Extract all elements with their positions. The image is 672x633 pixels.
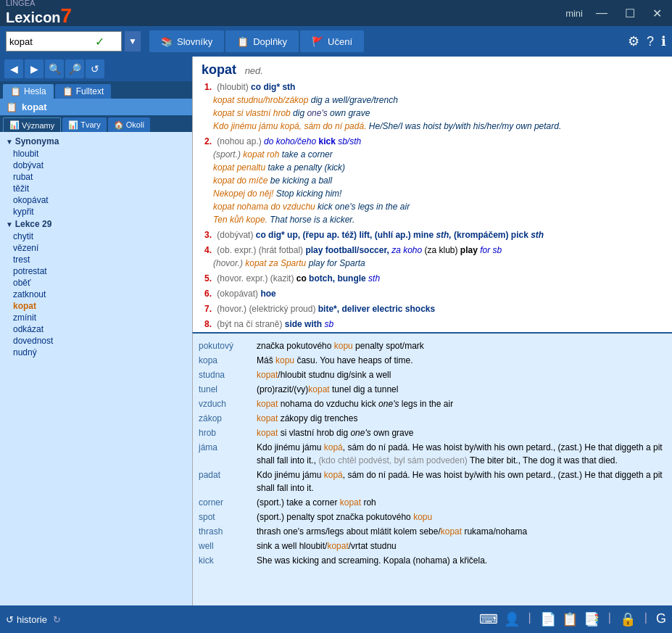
def-item-4: 4. (ob. expr.) (hrát fotbal) play footba… [202, 244, 663, 270]
syn-zatknout[interactable]: zatknout [0, 289, 192, 300]
lekce-header[interactable]: Lekce 29 [0, 218, 192, 231]
tab-slovniky-label: Slovníky [177, 36, 212, 47]
syn-dobyvat[interactable]: dobývat [0, 160, 192, 171]
def-main-1: co dig* sth [251, 82, 295, 92]
tab-tvary[interactable]: 📊 Tvary [62, 117, 107, 132]
search-check-icon: ✓ [94, 35, 106, 49]
entry-item[interactable]: 📋 kopat [0, 99, 192, 115]
def-num-5: 5. [204, 273, 212, 284]
help-button[interactable]: ? [647, 33, 654, 49]
doc2-icon[interactable]: 📑 [584, 611, 600, 627]
history-label: historie [17, 614, 47, 625]
maximize-button[interactable]: ☐ [621, 5, 639, 22]
syn-obet[interactable]: oběť [0, 277, 192, 289]
syn-chytit[interactable]: chytit [0, 231, 192, 242]
settings-button[interactable]: ⚙ [628, 33, 639, 49]
def-note-2: (nohou ap.) [217, 136, 264, 146]
lower-val-jama: Kdo jinému jámu kopá, sám do ní padá. He… [257, 441, 666, 467]
def-item-6: 6. (okopávat) hoe [202, 287, 663, 300]
syn-tezit[interactable]: těžit [0, 183, 192, 194]
lock-icon[interactable]: 🔒 [620, 611, 636, 627]
tab-hesla[interactable]: 📋 Hesla [3, 84, 54, 99]
def-note-1: (hloubit) [217, 82, 251, 92]
search-icon-button[interactable]: 🔍 [45, 59, 64, 78]
nav-tabs: 📚 Slovníky 📋 Doplňky 🚩 Učení [149, 30, 364, 52]
def-ex-2c: kopat do míče be kicking a ball [204, 174, 663, 187]
syn-potrestat[interactable]: potrestat [0, 265, 192, 277]
forward-button[interactable]: ▶ [25, 59, 43, 78]
syn-odkazat[interactable]: odkázat [0, 323, 192, 335]
user-icon[interactable]: 👤 [504, 611, 520, 627]
lower-key-vzduch: vzduch [199, 397, 257, 410]
synonyma-header[interactable]: Synonyma [0, 135, 192, 148]
syn-vezeni[interactable]: vězení [0, 242, 192, 254]
lower-row-vzduch: vzduch kopat nohama do vzduchu kick one'… [199, 397, 666, 410]
syn-zminit[interactable]: zmínit [0, 312, 192, 323]
info-button[interactable]: ℹ [661, 33, 666, 49]
back-button[interactable]: ◀ [4, 59, 23, 78]
doc-icon[interactable]: 📋 [562, 611, 578, 627]
lower-row-hrob: hrob kopat si vlastní hrob dig one's own… [199, 426, 666, 439]
keyboard-icon[interactable]: ⌨ [479, 611, 498, 627]
tab-doplnky[interactable]: 📋 Doplňky [225, 30, 299, 52]
syn-okopavat[interactable]: okopávat [0, 194, 192, 206]
toolbar-right: ⚙ ? ℹ [628, 33, 666, 49]
search-input[interactable] [7, 35, 94, 49]
def-ex-1b: kopat si vlastní hrob dig one's own grav… [204, 107, 663, 120]
history-button[interactable]: ↺ historie [6, 614, 47, 625]
def-item-1: 1. (hloubit) co dig* sth kopat studnu/hr… [202, 80, 663, 133]
syn-kopat[interactable]: kopat [0, 300, 192, 312]
okoli-icon: 🏠 [114, 120, 124, 130]
refresh-button[interactable]: ↺ [86, 59, 104, 78]
close-button[interactable]: ✕ [648, 5, 666, 22]
lower-key-well: well [199, 539, 257, 553]
def-num-8: 8. [204, 319, 212, 329]
definition-area: kopat ned. 1. (hloubit) co dig* sth kopa… [192, 57, 672, 332]
tab-doplnky-label: Doplňky [253, 36, 287, 47]
lower-row-jama: jáma Kdo jinému jámu kopá, sám do ní pad… [199, 441, 666, 467]
lower-def-area: pokutový značka pokutového kopu penalty … [192, 332, 672, 606]
lower-val-tunel: (pro)razit/(vy)kopat tunel dig a tunnel [257, 383, 666, 396]
right-panel: kopat ned. 1. (hloubit) co dig* sth kopa… [192, 57, 672, 605]
syn-trest[interactable]: trest [0, 254, 192, 265]
syn-hloubit[interactable]: hloubit [0, 148, 192, 160]
def-ex-2b: kopat penaltu take a penalty (kick) [204, 161, 663, 174]
def-item-5: 5. (hovor. expr.) (kazit) co botch, bung… [202, 272, 663, 285]
lower-key-thrash: thrash [199, 525, 257, 538]
definition-list: 1. (hloubit) co dig* sth kopat studnu/hr… [202, 80, 663, 331]
syn-dovednost[interactable]: dovednost [0, 335, 192, 347]
tab-vyznamy-label: Významy [22, 121, 54, 130]
title-bar-right: mini — ☐ ✕ [565, 5, 666, 22]
google-icon[interactable]: G [656, 611, 666, 627]
syn-rubat[interactable]: rubat [0, 171, 192, 183]
lower-row-padat: padat Kdo jinému jámu kopá, sám do ní pa… [199, 468, 666, 495]
synonyms-panel: Synonyma hloubit dobývat rubat těžit oko… [0, 132, 192, 605]
minimize-button[interactable]: — [592, 5, 612, 21]
syn-kyprit[interactable]: kypřit [0, 206, 192, 218]
page-icon[interactable]: 📄 [540, 611, 556, 627]
lower-val-hrob: kopat si vlastní hrob dig one's own grav… [257, 426, 666, 439]
search2-icon-button[interactable]: 🔎 [65, 59, 84, 78]
tab-vyznamy[interactable]: 📊 Významy [3, 117, 61, 132]
lower-key-kopa: kopa [199, 354, 257, 367]
headword: kopat [202, 62, 236, 77]
syn-nudny[interactable]: nudný [0, 347, 192, 358]
tab-fulltext[interactable]: 📋 Fulltext [55, 84, 112, 99]
bottom-left-tabs: 📊 Významy 📊 Tvary 🏠 Okolí [0, 115, 192, 132]
entry-label: kopat [22, 102, 47, 112]
def-main-8: side with [285, 319, 322, 329]
tab-okoli[interactable]: 🏠 Okolí [108, 117, 151, 132]
lower-key-jama: jáma [199, 441, 257, 467]
tab-okoli-label: Okolí [126, 120, 145, 129]
lower-row-thrash: thrash thrash one's arms/legs about mlát… [199, 525, 666, 538]
def-ex-2e: kopat nohama do vzduchu kick one's legs … [204, 200, 663, 213]
entry-icon: 📋 [6, 102, 17, 112]
def-note-6: (okopávat) [217, 289, 260, 299]
vyznamy-icon: 📊 [9, 120, 20, 130]
tab-slovniky[interactable]: 📚 Slovníky [149, 30, 224, 52]
tab-uceni[interactable]: 🚩 Učení [300, 30, 364, 52]
def-ex-1a: kopat studnu/hrob/zákop dig a well/grave… [204, 94, 663, 107]
lower-row-kick: kick She was kicking and screaming. Kopa… [199, 554, 666, 567]
def-num-2: 2. [204, 136, 212, 146]
search-dropdown-button[interactable]: ▼ [125, 31, 141, 51]
